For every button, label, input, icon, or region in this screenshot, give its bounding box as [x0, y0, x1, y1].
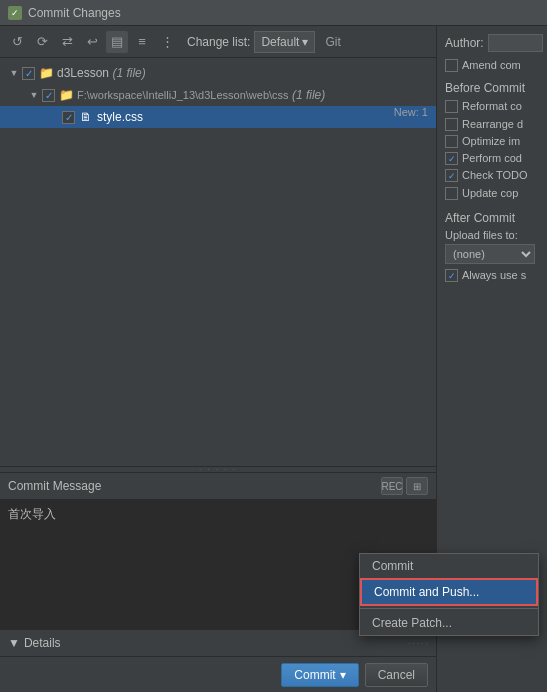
details-arrow: ▼ [8, 636, 20, 650]
folder-icon-css: 📁 [59, 88, 73, 102]
group-btn[interactable]: ⋮ [156, 31, 178, 53]
refresh-btn[interactable]: ↺ [6, 31, 28, 53]
change-list-area: Change list: Default ▾ Git [187, 31, 341, 53]
arrow-spacer [48, 111, 60, 123]
item-text-d3lesson: d3Lesson [57, 66, 109, 80]
reformat-label: Reformat co [462, 99, 522, 113]
update-btn[interactable]: ⟳ [31, 31, 53, 53]
file-tree: ▼ ✓ 📁 d3Lesson (1 file) ▼ ✓ 📁 F:\workspa… [0, 58, 436, 466]
cb-rearrange[interactable] [445, 118, 458, 131]
commit-msg-header: Commit Message REC ⊞ [0, 473, 436, 499]
diff-btn[interactable]: ⇄ [56, 31, 78, 53]
item-suffix-d3lesson: (1 file) [109, 66, 146, 80]
amend-checkbox[interactable] [445, 59, 458, 72]
option-perform: ✓ Perform cod [445, 151, 539, 165]
item-text-css-path: F:\workspace\IntelliJ_13\d3Lesson\web\cs… [77, 89, 289, 101]
tree-item-style-css[interactable]: ✓ 🗎 style.css [0, 106, 436, 128]
perform-label: Perform cod [462, 151, 522, 165]
option-checktodo: ✓ Check TODO [445, 168, 539, 182]
dropdown-commit-push[interactable]: Commit and Push... [360, 578, 538, 606]
new-badge: New: 1 [394, 106, 428, 118]
cb-optimize[interactable] [445, 135, 458, 148]
amend-label: Amend com [462, 58, 521, 72]
alwaysuse-label: Always use s [462, 268, 526, 282]
arrow-icon: ▼ [8, 67, 20, 79]
cb-alwaysuse[interactable]: ✓ [445, 269, 458, 282]
checkbox-d3lesson[interactable]: ✓ [22, 67, 35, 80]
option-optimize: Optimize im [445, 134, 539, 148]
checkbox-css-folder[interactable]: ✓ [42, 89, 55, 102]
details-resize-dots: · · · · · [408, 639, 428, 648]
amend-row: Amend com [445, 58, 539, 72]
option-updatecop: Update cop [445, 186, 539, 200]
commit-button[interactable]: Commit ▾ [281, 663, 358, 687]
commit-msg-actions: REC ⊞ [381, 477, 428, 495]
optimize-label: Optimize im [462, 134, 520, 148]
folder-icon-d3lesson: 📁 [39, 66, 53, 80]
toolbar: ↺ ⟳ ⇄ ↩ ▤ ≡ ⋮ Change list: Default ▾ Git [0, 26, 436, 58]
sort-btn[interactable]: ≡ [131, 31, 153, 53]
commit-rec-btn[interactable]: REC [381, 477, 403, 495]
git-label: Git [325, 35, 340, 49]
commit-msg-label: Commit Message [8, 479, 101, 493]
tree-item-d3lesson[interactable]: ▼ ✓ 📁 d3Lesson (1 file) [0, 62, 436, 84]
file-icon-css: 🗎 [79, 110, 93, 124]
always-use-row: ✓ Always use s [445, 268, 539, 282]
window-title: Commit Changes [28, 6, 121, 20]
option-reformat: Reformat co [445, 99, 539, 113]
tree-item-css-folder[interactable]: ▼ ✓ 📁 F:\workspace\IntelliJ_13\d3Lesson\… [0, 84, 436, 106]
dropdown-create-patch[interactable]: Create Patch... [360, 611, 538, 635]
commit-view-btn[interactable]: ▤ [106, 31, 128, 53]
item-text-style-css: style.css [97, 110, 143, 124]
checktodo-label: Check TODO [462, 168, 528, 182]
updatecop-label: Update cop [462, 186, 518, 200]
cb-reformat[interactable] [445, 100, 458, 113]
cancel-button[interactable]: Cancel [365, 663, 428, 687]
cb-checktodo[interactable]: ✓ [445, 169, 458, 182]
author-input[interactable] [488, 34, 543, 52]
upload-files-label: Upload files to: [445, 229, 539, 241]
arrow-icon-css: ▼ [28, 89, 40, 101]
cb-updatecop[interactable] [445, 187, 458, 200]
author-label: Author: [445, 36, 484, 50]
option-rearrange: Rearrange d [445, 117, 539, 131]
commit-expand-btn[interactable]: ⊞ [406, 477, 428, 495]
rearrange-label: Rearrange d [462, 117, 523, 131]
checkbox-style-css[interactable]: ✓ [62, 111, 75, 124]
dropdown-commit[interactable]: Commit [360, 554, 538, 578]
item-suffix-css: (1 file) [289, 88, 326, 102]
change-list-dropdown[interactable]: Default ▾ [254, 31, 315, 53]
author-field: Author: [445, 34, 539, 52]
details-label: ▼ Details [8, 636, 61, 650]
commit-dropdown: Commit Commit and Push... Create Patch..… [359, 553, 539, 636]
app-icon: ✓ [8, 6, 22, 20]
upload-select[interactable]: (none) [445, 244, 535, 264]
before-commit-label: Before Commit [445, 81, 539, 95]
after-commit-label: After Commit [445, 211, 539, 225]
revert-btn[interactable]: ↩ [81, 31, 103, 53]
change-list-label: Change list: [187, 35, 250, 49]
title-bar: ✓ Commit Changes [0, 0, 547, 26]
dropdown-separator [360, 608, 538, 609]
cb-perform[interactable]: ✓ [445, 152, 458, 165]
bottom-bar: Commit ▾ Cancel [0, 656, 436, 692]
